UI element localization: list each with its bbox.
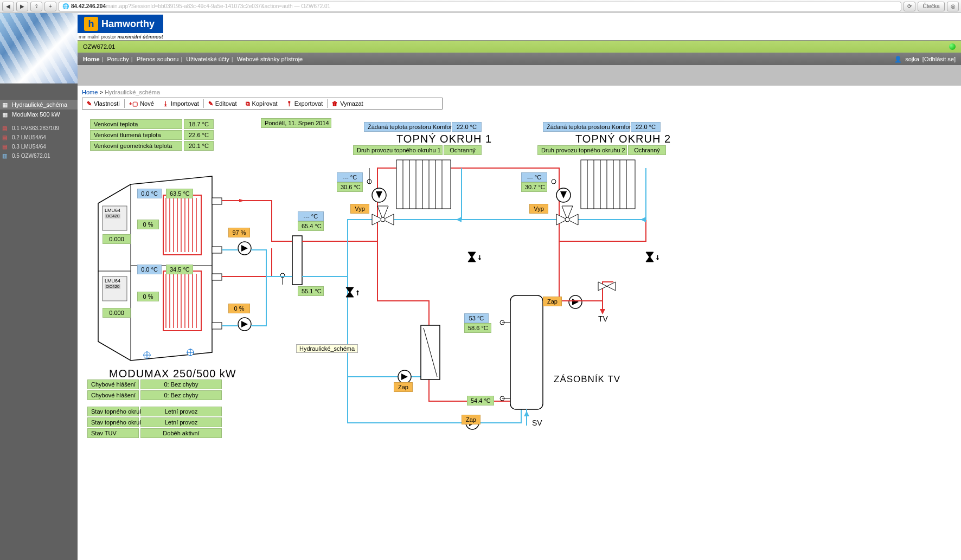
sidebar-image [0,13,78,83]
svg-text:↑: ↑ [356,288,360,297]
logout-link[interactable]: [Odhlásit se] [922,56,956,62]
brand-tagline: minimální prostor maximální účinnost [78,33,163,40]
b1-val: 0.000 [102,234,131,244]
sidebar-device-3[interactable]: ▥ 0.5 OZW672.01 [0,151,78,160]
b2-val: 0.000 [102,308,131,318]
pump2-pct: 0 % [228,304,250,313]
url-path: main.app?SessionId=bb039195-a83c-49c4-9a… [106,3,330,9]
brand-logo: h Hamworthy [78,15,163,33]
reader-button[interactable]: Čtečka [918,2,945,11]
dhw-tout: 54.4 °C [467,396,494,405]
tb-edit[interactable]: ✎Editovat [204,100,241,107]
tb-import[interactable]: ⭳Importovat [158,100,203,107]
tb-properties[interactable]: ✎Vlastnosti [82,100,124,107]
svg-rect-45 [396,160,451,209]
share-button[interactable]: ⇪ [30,2,42,11]
svg-point-77 [565,217,569,222]
svg-marker-60 [468,256,476,262]
s2-label: Stav topného okruhu 2 [87,417,139,427]
url-host: 84.42.246.204 [71,3,106,9]
svg-point-81 [552,179,556,184]
svg-rect-35 [292,236,302,285]
sidebar-device-1[interactable]: ▤ 0.2 LMU54/64 [0,133,78,142]
err1-val: 0: Bez chyby [140,379,222,389]
svg-rect-26 [212,247,222,253]
b2-pct: 0 % [137,292,159,301]
err1-label: Chybové hlášení [87,379,139,389]
piping-svg: ↓ ↓ [82,114,776,504]
status-led-icon [949,43,956,50]
svg-rect-64 [581,160,635,209]
coll-tblue: --- °C [298,211,324,221]
sidebar-device-2[interactable]: ▤ 0.3 LMU54/64 [0,142,78,151]
pump1-pct: 97 % [228,228,250,237]
boiler-title: MODUMAX 250/500 kW [109,368,236,380]
svg-text:↓: ↓ [478,253,482,261]
breadcrumb-home[interactable]: Home [82,89,98,95]
s1-val: Letní provoz [140,407,222,416]
url-bar[interactable]: 🌐 84.42.246.204 main.app?SessionId=bb039… [59,2,901,11]
tb-delete[interactable]: 🗑Vymazat [328,100,367,107]
svg-rect-28 [212,323,222,329]
c2-pump: Vyp [529,204,548,214]
plus-icon: +▢ [129,100,138,107]
breadcrumb-current: Hydraulické_schéma [105,89,160,95]
device-icon: ▦ [2,111,10,118]
reload-button[interactable]: ⟳ [904,2,915,11]
svg-rect-25 [212,198,222,204]
browser-toolbar: ◀ ▶ ⇪ + 🌐 84.42.246.204 main.app?Session… [0,0,961,13]
c2-tgreen: 30.7 °C [521,182,547,192]
wrench-icon: ✎ [87,100,92,107]
menu-web[interactable]: Webové stránky přístroje [237,56,303,62]
b2-module: LMU64 [105,278,120,284]
user-name: sojka [905,56,919,62]
svg-rect-27 [212,274,222,280]
menu-file[interactable]: Přenos souboru [137,56,179,62]
sidebar-item-modumax[interactable]: ▦ ModuMax 500 kW [0,110,78,119]
b1-pct: 0 % [137,220,159,229]
c1-tblue: --- °C [337,172,363,182]
device-bar: OZW672.01 [78,40,961,53]
sv-label: SV [532,419,542,427]
add-button[interactable]: + [44,2,56,11]
tb-new[interactable]: +▢Nové [125,100,158,107]
svg-marker-102 [524,411,529,416]
user-icon: 👤 [894,56,902,63]
svg-point-58 [381,217,385,222]
tuv-val: Doběh aktivní [140,428,222,438]
s2-val: Letní provoz [140,417,222,427]
forward-button[interactable]: ▶ [16,2,28,11]
device-title: OZW672.01 [83,43,115,50]
b1-tin: 0.0 °C [137,189,162,198]
sidebar-item-schema[interactable]: ▦ Hydraulické_schéma [0,100,78,110]
back-button[interactable]: ◀ [2,2,14,11]
tv-label: TV [598,314,608,323]
menu-faults[interactable]: Poruchy [107,56,129,62]
tuv-label: Stav TUV [87,428,139,438]
dhw-tgreen: 58.6 °C [464,323,491,333]
dhw-zap2: Zap [462,415,480,424]
svg-rect-93 [510,295,543,409]
menu-home[interactable]: Home [83,56,100,62]
svg-text:↓: ↓ [656,253,659,261]
tooltip: Hydraulické_schéma [296,344,358,353]
b2-tout: 34.5 °C [166,265,193,274]
dhw-zap3: Zap [543,297,562,306]
s1-label: Stav topného okruhu 1 [87,407,139,416]
tb-copy[interactable]: ⧉Kopírovat [241,100,282,107]
menu-button[interactable]: ◎ [947,2,959,11]
sidebar-device-0[interactable]: ▤ 0.1 RVS63.283/109 [0,124,78,133]
sidebar: ▦ Hydraulické_schéma ▦ ModuMax 500 kW ▤ … [0,13,78,560]
device-icon: ▤ [2,125,10,132]
err2-label: Chybové hlášení [87,390,139,400]
device-icon: ▤ [2,144,10,150]
c1-pump: Vyp [350,204,369,214]
coll-tgreen: 65.4 °C [298,221,324,231]
tb-export[interactable]: ⭱Exportovat [282,100,328,107]
main-panel: h Hamworthy minimální prostor maximální … [78,13,961,560]
coll-tbot: 55.1 °C [298,286,324,296]
breadcrumb: Home > Hydraulické_schéma [82,89,957,95]
b2-tin: 0.0 °C [137,265,162,274]
menu-users[interactable]: Uživatelské účty [186,56,229,62]
toolbar: ✎Vlastnosti +▢Nové ⭳Importovat ✎Editovat… [82,98,443,110]
